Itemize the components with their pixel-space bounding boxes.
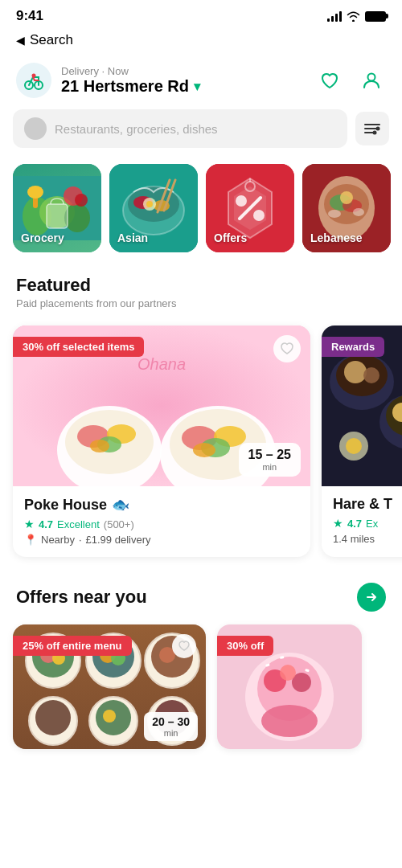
poke-house-emoji: 🐟 bbox=[112, 496, 129, 514]
search-back-nav[interactable]: ◀ Search bbox=[0, 29, 402, 56]
category-grocery[interactable]: Grocery bbox=[13, 164, 101, 252]
svg-point-8 bbox=[373, 131, 377, 135]
offer-card-1[interactable]: 25% off entire menu 20 – 30 min bbox=[13, 624, 206, 749]
address-actions bbox=[315, 66, 386, 95]
category-offers[interactable]: Offers bbox=[206, 164, 294, 252]
poke-house-nearby: Nearby bbox=[41, 534, 75, 546]
search-placeholder: Restaurants, groceries, dishes bbox=[55, 122, 218, 136]
offer-1-unit: min bbox=[152, 728, 190, 738]
poke-house-name: Poke House 🐟 bbox=[24, 496, 299, 514]
hare-image: Rewards bbox=[322, 326, 402, 486]
address-main[interactable]: 21 Hertsmere Rd ▾ bbox=[61, 77, 200, 96]
offer-2-badge: 30% off bbox=[217, 636, 273, 656]
poke-house-info: Poke House 🐟 ★ 4.7 Excellent (500+) 📍 Ne… bbox=[13, 486, 310, 557]
battery-icon bbox=[365, 11, 386, 22]
svg-point-58 bbox=[344, 361, 367, 383]
offer-2-image: 30% off bbox=[217, 624, 362, 749]
offer-1-badge: 25% off entire menu bbox=[13, 636, 132, 656]
address-left: Delivery · Now 21 Hertsmere Rd ▾ bbox=[16, 63, 200, 98]
poke-house-dot: · bbox=[79, 534, 82, 546]
svg-rect-17 bbox=[47, 204, 68, 228]
restaurant-card-poke-house[interactable]: Ohana 30% off selected items 15 – 25 min… bbox=[13, 326, 310, 557]
svg-point-38 bbox=[340, 191, 353, 204]
hare-nearby: 1.4 miles bbox=[333, 533, 375, 545]
poke-house-image: Ohana 30% off selected items 15 – 25 min bbox=[13, 326, 310, 486]
svg-point-92 bbox=[280, 665, 296, 681]
svg-point-28 bbox=[236, 195, 247, 207]
offers-cards-row: 25% off entire menu 20 – 30 min bbox=[0, 615, 402, 765]
favorites-button[interactable] bbox=[315, 66, 344, 95]
poke-house-meta: 📍 Nearby · £1.99 delivery bbox=[24, 534, 299, 546]
category-asian[interactable]: Asian bbox=[109, 164, 198, 252]
status-time: 9:41 bbox=[16, 8, 43, 24]
poke-house-time-badge: 15 – 25 min bbox=[239, 443, 301, 477]
arrow-right-icon bbox=[365, 591, 378, 604]
poke-house-score: 4.7 bbox=[39, 518, 53, 530]
filter-button[interactable] bbox=[355, 112, 389, 145]
hare-rating: ★ 4.7 Ex bbox=[333, 517, 402, 530]
svg-text:Ohana: Ohana bbox=[137, 355, 186, 373]
wifi-icon bbox=[347, 11, 360, 22]
restaurant-card-hare[interactable]: Rewards Hare & T ★ 4.7 Ex 1.4 miles bbox=[322, 326, 402, 557]
offers-arrow-button[interactable] bbox=[357, 583, 386, 612]
svg-point-29 bbox=[253, 210, 265, 221]
hare-info: Hare & T ★ 4.7 Ex 1.4 miles bbox=[322, 486, 402, 556]
search-row: Restaurants, groceries, dishes bbox=[0, 109, 402, 161]
address-bar: Delivery · Now 21 Hertsmere Rd ▾ bbox=[0, 56, 402, 109]
svg-point-12 bbox=[64, 203, 90, 232]
status-icons bbox=[327, 10, 386, 22]
offer-1-heart-button[interactable] bbox=[172, 634, 196, 658]
offer-1-time: 20 – 30 bbox=[152, 715, 190, 728]
delivery-mode-icon bbox=[16, 63, 51, 98]
svg-point-53 bbox=[193, 443, 215, 457]
svg-point-3 bbox=[368, 74, 375, 81]
featured-title: Featured bbox=[16, 275, 386, 296]
status-bar: 9:41 bbox=[0, 0, 402, 29]
offer-1-image: 25% off entire menu 20 – 30 min bbox=[13, 624, 206, 749]
svg-point-47 bbox=[90, 440, 109, 452]
asian-label: Asian bbox=[117, 231, 148, 244]
filter-icon bbox=[363, 121, 381, 136]
svg-point-7 bbox=[376, 127, 380, 131]
back-arrow-icon: ◀ bbox=[16, 34, 25, 47]
poke-house-rating-label: Excellent bbox=[57, 518, 100, 530]
profile-button[interactable] bbox=[357, 66, 386, 95]
svg-point-59 bbox=[363, 367, 379, 383]
featured-subtitle: Paid placements from our partners bbox=[16, 297, 386, 309]
lebanese-label: Lebanese bbox=[310, 231, 363, 244]
address-text[interactable]: Delivery · Now 21 Hertsmere Rd ▾ bbox=[61, 65, 200, 96]
search-input-wrap[interactable]: Restaurants, groceries, dishes bbox=[13, 109, 347, 148]
svg-point-2 bbox=[32, 74, 36, 78]
offer-1-time-badge: 20 – 30 min bbox=[144, 712, 198, 741]
featured-header: Featured Paid placements from our partne… bbox=[0, 268, 402, 313]
offers-label: Offers bbox=[214, 231, 247, 244]
grocery-label: Grocery bbox=[21, 231, 64, 244]
search-back-label: Search bbox=[30, 32, 73, 48]
hare-name: Hare & T bbox=[333, 496, 402, 513]
svg-point-14 bbox=[27, 186, 43, 199]
hare-score: 4.7 bbox=[347, 518, 362, 530]
svg-point-89 bbox=[261, 705, 318, 737]
street-address: 21 Hertsmere Rd bbox=[61, 77, 189, 96]
heart-icon bbox=[319, 70, 340, 91]
poke-house-badge: 30% off selected items bbox=[13, 337, 144, 357]
featured-cards-row: Ohana 30% off selected items 15 – 25 min… bbox=[0, 313, 402, 573]
svg-point-39 bbox=[328, 210, 341, 218]
poke-house-heart-button[interactable] bbox=[273, 335, 301, 362]
hare-meta: 1.4 miles bbox=[333, 533, 402, 545]
search-avatar bbox=[24, 117, 47, 140]
categories-row: Grocery Asian bbox=[0, 161, 402, 268]
offer-card-2[interactable]: 30% off bbox=[217, 624, 362, 749]
svg-point-65 bbox=[346, 438, 362, 454]
category-lebanese[interactable]: Lebanese bbox=[302, 164, 391, 252]
star-icon: ★ bbox=[24, 518, 35, 530]
svg-point-26 bbox=[146, 201, 153, 207]
poke-house-time-value: 15 – 25 bbox=[248, 448, 291, 462]
poke-house-delivery: £1.99 delivery bbox=[86, 534, 151, 546]
svg-point-40 bbox=[353, 208, 364, 216]
signal-icon bbox=[327, 10, 342, 22]
poke-house-time-unit: min bbox=[248, 462, 291, 472]
hare-star-icon: ★ bbox=[333, 517, 343, 530]
poke-house-count: (500+) bbox=[104, 518, 134, 530]
offers-section-header: Offers near you bbox=[0, 573, 402, 615]
